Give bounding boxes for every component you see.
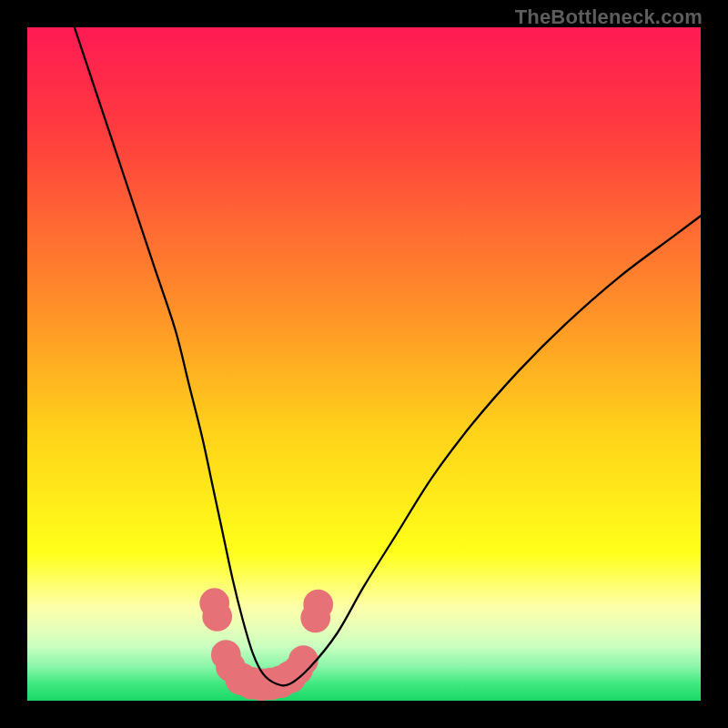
watermark-text: TheBottleneck.com	[515, 5, 703, 29]
bottleneck-curve	[75, 27, 701, 685]
data-point	[202, 602, 232, 632]
chart-frame: TheBottleneck.com	[0, 0, 728, 728]
data-point	[288, 645, 318, 675]
plot-area	[27, 27, 701, 701]
data-point	[303, 590, 333, 620]
curve-layer	[27, 27, 701, 701]
